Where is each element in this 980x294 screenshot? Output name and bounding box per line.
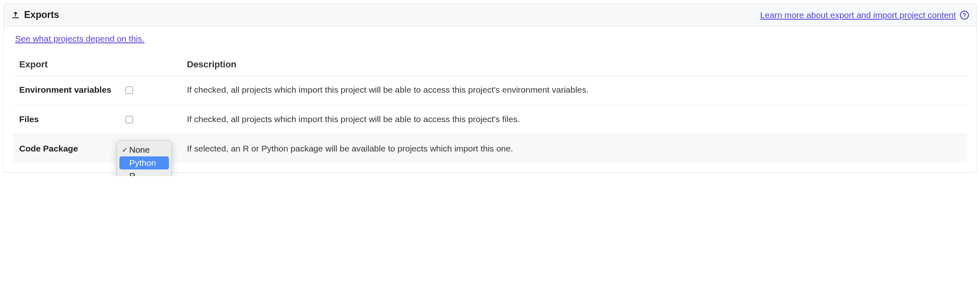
- exports-panel: Exports Learn more about export and impo…: [3, 3, 977, 173]
- dependents-link[interactable]: See what projects depend on this.: [15, 34, 144, 44]
- panel-title-group: Exports: [11, 9, 59, 20]
- row-desc-env: If checked, all projects which import th…: [181, 76, 967, 105]
- files-checkbox[interactable]: [126, 116, 133, 123]
- panel-header: Exports Learn more about export and impo…: [4, 4, 976, 27]
- row-label-code: Code Package: [13, 135, 120, 163]
- table-row: Environment variables If checked, all pr…: [13, 76, 967, 105]
- check-icon: ✓: [122, 146, 129, 154]
- export-icon: [11, 11, 20, 20]
- panel-body: See what projects depend on this. Export…: [4, 27, 976, 172]
- column-header-description: Description: [181, 53, 967, 76]
- row-desc-code: If selected, an R or Python package will…: [181, 135, 967, 163]
- dropdown-option-r[interactable]: R: [119, 169, 169, 176]
- dropdown-option-label: None: [129, 145, 150, 155]
- code-package-dropdown[interactable]: ✓ None Python R: [117, 140, 172, 176]
- table-row: Code Package ✓ None Python: [13, 135, 967, 163]
- column-header-export: Export: [13, 53, 120, 76]
- row-desc-files: If checked, all projects which import th…: [181, 105, 967, 135]
- dropdown-option-label: R: [129, 171, 135, 176]
- table-row: Files If checked, all projects which imp…: [13, 105, 967, 135]
- column-header-spacer: [120, 53, 181, 76]
- row-label-files: Files: [13, 105, 120, 135]
- panel-title: Exports: [24, 9, 59, 20]
- exports-table: Export Description Environment variables…: [13, 53, 967, 163]
- env-checkbox[interactable]: [126, 87, 133, 94]
- header-right: Learn more about export and import proje…: [760, 10, 969, 20]
- dropdown-option-none[interactable]: ✓ None: [119, 143, 169, 156]
- row-label-env: Environment variables: [13, 76, 120, 105]
- learn-more-link[interactable]: Learn more about export and import proje…: [760, 10, 956, 20]
- dropdown-option-python[interactable]: Python: [119, 156, 169, 169]
- dropdown-option-label: Python: [129, 158, 156, 168]
- help-icon[interactable]: ?: [960, 11, 969, 20]
